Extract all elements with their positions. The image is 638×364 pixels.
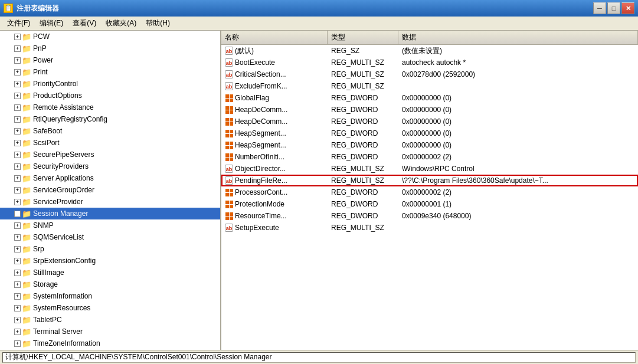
folder-icon: 📁	[22, 280, 31, 288]
expand-button[interactable]: +	[14, 317, 21, 323]
data-row-11[interactable]: abPendingFileRe...REG_MULTI_SZ\??\C:\Pro…	[221, 175, 638, 186]
tree-item-srpextensionconfig[interactable]: +📁SrpExtensionConfig	[0, 255, 220, 267]
cell-name-text-13: ProtectionMode	[235, 200, 284, 208]
expand-button[interactable]: +	[14, 152, 21, 158]
expand-button[interactable]: +	[14, 45, 21, 52]
expand-button[interactable]: +	[14, 93, 21, 99]
tree-item-systeminformation[interactable]: +📁SystemInformation	[0, 290, 220, 302]
tree-item-label: Terminal Server	[33, 327, 83, 336]
data-row-1[interactable]: abBootExecuteREG_MULTI_SZautocheck autoc…	[221, 57, 638, 68]
folder-icon: 📁	[22, 233, 31, 241]
menu-item-a[interactable]: 收藏夹(A)	[101, 17, 141, 29]
dword-icon	[225, 212, 233, 220]
menu-item-e[interactable]: 编辑(E)	[35, 17, 68, 29]
tree-item-terminalserver[interactable]: +📁Terminal Server	[0, 326, 220, 337]
expand-button[interactable]: +	[14, 128, 21, 135]
tree-item-print[interactable]: +📁Print	[0, 66, 220, 78]
tree-item-serverapplications[interactable]: +📁Server Applications	[0, 172, 220, 184]
column-header-data[interactable]: 数据	[398, 31, 638, 44]
tree-item-srp[interactable]: +📁Srp	[0, 243, 220, 255]
tree-item-power[interactable]: +📁Power	[0, 54, 220, 66]
expand-button[interactable]: +	[14, 281, 21, 288]
expand-button[interactable]: +	[14, 340, 21, 347]
column-header-type[interactable]: 类型	[328, 31, 398, 44]
data-row-14[interactable]: ResourceTime...REG_DWORD0x0009e340 (6480…	[221, 210, 638, 222]
tree-item-productoptions[interactable]: +📁ProductOptions	[0, 90, 220, 101]
tree-item-label: Session Manager	[33, 209, 88, 218]
data-row-12[interactable]: ProcessorCont...REG_DWORD0x00000002 (2)	[221, 186, 638, 198]
expand-button[interactable]: +	[14, 305, 21, 311]
tree-item-sqmservicelist[interactable]: +📁SQMServiceList	[0, 231, 220, 243]
folder-icon: 📁	[22, 32, 31, 41]
expand-button[interactable]: +	[14, 329, 21, 335]
tree-item-storage[interactable]: +📁Storage	[0, 278, 220, 290]
data-row-7[interactable]: HeapSegment...REG_DWORD0x00000000 (0)	[221, 127, 638, 139]
expand-button[interactable]: +	[14, 175, 21, 182]
folder-icon: 📁	[22, 91, 31, 100]
tree-item-securityproviders[interactable]: +📁SecurityProviders	[0, 160, 220, 172]
tree-item-scsiport[interactable]: +📁ScsiPort	[0, 137, 220, 149]
data-row-3[interactable]: abExcludeFromK...REG_MULTI_SZ	[221, 80, 638, 92]
column-header-name[interactable]: 名称	[221, 31, 328, 44]
tree-item-label: TimeZoneInformation	[33, 339, 100, 347]
dword-icon	[225, 117, 233, 126]
tree-item-pcw[interactable]: +📁PCW	[0, 31, 220, 42]
expand-button[interactable]: +	[14, 69, 21, 76]
expand-button[interactable]: +	[14, 57, 21, 64]
folder-icon: 📁	[22, 115, 31, 123]
expand-button[interactable]: −	[14, 211, 21, 217]
expand-button[interactable]: +	[14, 246, 21, 252]
expand-button[interactable]: +	[14, 34, 21, 40]
tree-item-systemresources[interactable]: +📁SystemResources	[0, 302, 220, 314]
expand-button[interactable]: +	[14, 234, 21, 241]
expand-button[interactable]: +	[14, 140, 21, 146]
expand-button[interactable]: +	[14, 199, 21, 205]
tree-item-stillimage[interactable]: +📁StillImage	[0, 267, 220, 278]
tree-item-serviceprovider[interactable]: +📁ServiceProvider	[0, 196, 220, 208]
table-body[interactable]: ab(默认)REG_SZ(数值未设置)abBootExecuteREG_MULT…	[221, 45, 638, 350]
tree-item-rtlqueryregistryconfig[interactable]: +📁RtlQueryRegistryConfig	[0, 113, 220, 125]
data-row-8[interactable]: HeapSegment...REG_DWORD0x00000000 (0)	[221, 139, 638, 151]
folder-icon: 📁	[22, 209, 31, 218]
tree-item-timezoneinformation[interactable]: +📁TimeZoneInformation	[0, 337, 220, 349]
tree-item-sessionmanager[interactable]: −📁Session Manager	[0, 208, 220, 219]
data-row-15[interactable]: abSetupExecuteREG_MULTI_SZ	[221, 222, 638, 234]
expand-button[interactable]: +	[14, 104, 21, 111]
data-row-9[interactable]: NumberOfIniti...REG_DWORD0x00000002 (2)	[221, 151, 638, 163]
cell-data-9: 0x00000002 (2)	[398, 152, 638, 162]
minimize-button[interactable]: ─	[593, 2, 606, 14]
data-row-10[interactable]: abObjectDirector...REG_MULTI_SZ\Windows\…	[221, 163, 638, 175]
tree-item-pnp[interactable]: +📁PnP	[0, 42, 220, 54]
expand-button[interactable]: +	[14, 116, 21, 123]
close-button[interactable]: ✕	[621, 2, 634, 14]
expand-button[interactable]: +	[14, 187, 21, 194]
expand-button[interactable]: +	[14, 293, 21, 300]
data-row-0[interactable]: ab(默认)REG_SZ(数值未设置)	[221, 45, 638, 57]
tree-item-safeboot[interactable]: +📁SafeBoot	[0, 125, 220, 137]
data-row-6[interactable]: HeapDeComm...REG_DWORD0x00000000 (0)	[221, 116, 638, 127]
window-controls: ─ □ ✕	[593, 2, 634, 14]
expand-button[interactable]: +	[14, 81, 21, 87]
data-row-4[interactable]: GlobalFlagREG_DWORD0x00000000 (0)	[221, 92, 638, 104]
cell-type-15: REG_MULTI_SZ	[328, 222, 398, 233]
menu-item-v[interactable]: 查看(V)	[68, 17, 101, 29]
tree-item-remoteassistance[interactable]: +📁Remote Assistance	[0, 101, 220, 113]
data-row-13[interactable]: ProtectionModeREG_DWORD0x00000001 (1)	[221, 198, 638, 210]
tree-item-securepipeservers[interactable]: +📁SecurePipeServers	[0, 149, 220, 160]
menu-item-f[interactable]: 文件(F)	[2, 17, 35, 29]
tree-container[interactable]: +📁PCW+📁PnP+📁Power+📁Print+📁PriorityContro…	[0, 31, 220, 350]
expand-button[interactable]: +	[14, 258, 21, 264]
data-row-5[interactable]: HeapDeComm...REG_DWORD0x00000000 (0)	[221, 104, 638, 116]
tree-item-servicegrouporder[interactable]: +📁ServiceGroupOrder	[0, 184, 220, 196]
expand-button[interactable]: +	[14, 270, 21, 276]
maximize-button[interactable]: □	[607, 2, 620, 14]
cell-name-4: GlobalFlag	[221, 93, 328, 103]
data-row-2[interactable]: abCriticalSection...REG_MULTI_SZ0x00278d…	[221, 68, 638, 80]
tree-item-tabletpc[interactable]: +📁TabletPC	[0, 314, 220, 326]
expand-button[interactable]: +	[14, 222, 21, 229]
tree-item-prioritycontrol[interactable]: +📁PriorityControl	[0, 78, 220, 90]
tree-item-snmp[interactable]: +📁SNMP	[0, 219, 220, 231]
menu-item-h[interactable]: 帮助(H)	[141, 17, 175, 29]
expand-button[interactable]: +	[14, 163, 21, 170]
folder-icon: 📁	[22, 44, 31, 53]
